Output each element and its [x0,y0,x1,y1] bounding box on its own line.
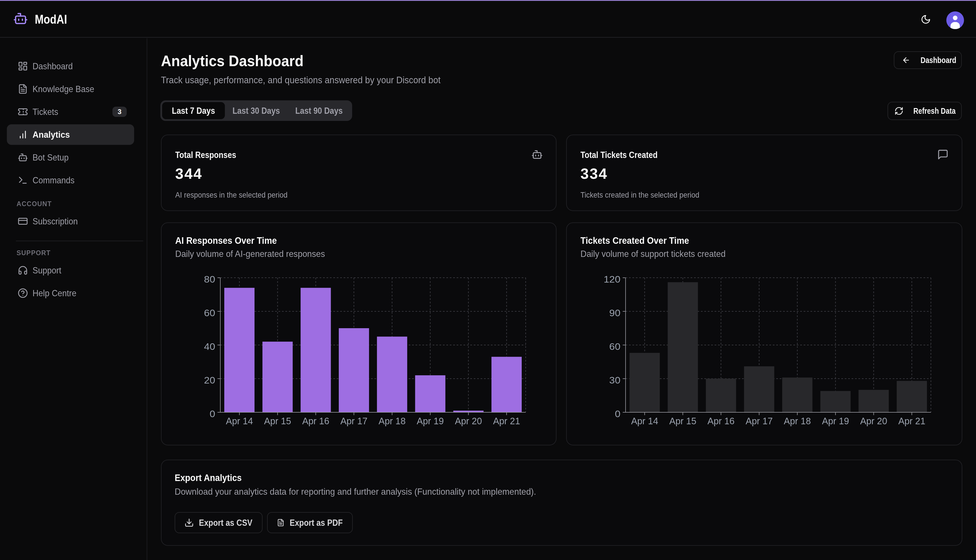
svg-text:80: 80 [204,274,215,285]
svg-text:Apr 16: Apr 16 [302,416,329,426]
svg-text:Apr 14: Apr 14 [226,416,253,426]
svg-text:Apr 19: Apr 19 [417,416,444,426]
svg-text:120: 120 [603,274,620,285]
svg-text:60: 60 [609,341,620,352]
svg-text:Apr 20: Apr 20 [860,416,887,426]
svg-text:Apr 18: Apr 18 [378,416,406,426]
svg-text:40: 40 [204,341,215,352]
svg-text:Apr 15: Apr 15 [669,416,696,426]
svg-text:30: 30 [609,375,620,385]
svg-text:Apr 17: Apr 17 [341,416,368,426]
svg-text:Apr 21: Apr 21 [493,416,520,426]
svg-text:Apr 16: Apr 16 [707,416,735,426]
svg-text:20: 20 [204,375,215,385]
svg-text:Apr 17: Apr 17 [746,416,773,426]
svg-text:Apr 19: Apr 19 [822,416,849,426]
svg-text:Apr 15: Apr 15 [264,416,291,426]
svg-text:60: 60 [204,308,215,318]
svg-text:Apr 20: Apr 20 [455,416,482,426]
svg-text:0: 0 [209,408,215,419]
svg-text:Apr 14: Apr 14 [631,416,658,426]
svg-text:Apr 18: Apr 18 [784,416,811,426]
svg-text:Apr 21: Apr 21 [898,416,926,426]
svg-text:0: 0 [615,408,620,419]
svg-text:90: 90 [609,308,620,318]
